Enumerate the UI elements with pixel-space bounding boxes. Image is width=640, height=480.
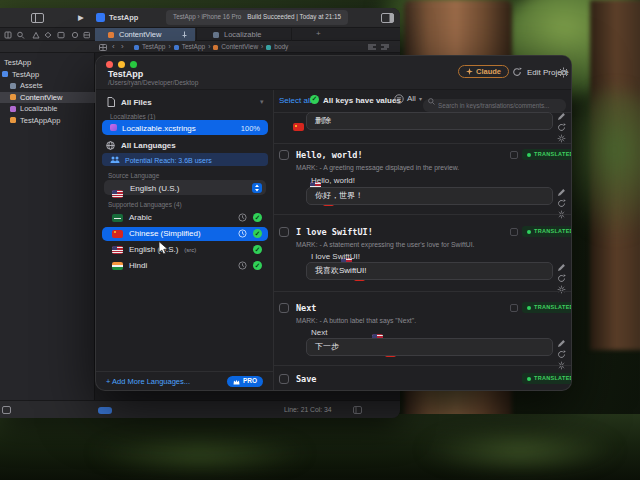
app-icon <box>96 13 105 22</box>
all-files-row[interactable]: All Files ▾ <box>96 94 274 109</box>
chevron-down-icon: ▾ <box>419 96 422 102</box>
edit-icon[interactable] <box>557 112 566 121</box>
translated-badge: TRANSLATED <box>522 302 572 313</box>
translated-check-icon: ✓ <box>253 261 262 270</box>
entry-comment: MARK: - A greeting message displayed in … <box>296 165 459 172</box>
retranslate-icon[interactable] <box>557 199 566 208</box>
divider <box>274 291 572 292</box>
file-item[interactable]: TestAppApp <box>0 115 95 127</box>
language-row-arabic[interactable]: Arabic ✓ <box>102 211 268 225</box>
entry-key: I love SwiftUI! <box>296 228 373 237</box>
potential-reach-row[interactable]: Potential Reach: 3.6B users <box>102 153 268 166</box>
status-mini-icon <box>510 304 518 312</box>
minimize-button[interactable] <box>118 61 125 68</box>
edit-icon[interactable] <box>557 188 566 197</box>
add-tab-icon[interactable]: + <box>316 30 321 38</box>
wallpaper-foliage <box>90 430 310 476</box>
breadcrumb[interactable]: TestApp › TestApp › ContentView › body <box>134 44 288 51</box>
settings-icon[interactable] <box>557 134 566 143</box>
breadcrumb-sep: › <box>261 44 263 51</box>
activity-status-bar[interactable]: TestApp › iPhone 16 Pro Build Succeeded … <box>166 10 348 25</box>
minimap-icon[interactable] <box>381 44 389 50</box>
select-all-button[interactable]: Select all <box>279 97 311 105</box>
language-row-english[interactable]: English (U.S.) (src) ✓ <box>102 243 268 257</box>
file-item[interactable]: Assets <box>0 80 95 92</box>
file-item[interactable]: Localizable <box>0 103 95 115</box>
related-items-icon[interactable] <box>99 44 107 51</box>
run-button[interactable]: ▶ <box>78 14 84 22</box>
settings-icon[interactable] <box>557 285 566 294</box>
close-button[interactable] <box>106 61 113 68</box>
translation-field[interactable]: 我喜欢SwiftUI! <box>306 262 553 280</box>
navigator-icons[interactable] <box>4 31 90 39</box>
tab-label: ContentView <box>119 31 161 39</box>
search-input[interactable] <box>423 99 566 112</box>
sparkle-icon <box>466 68 473 75</box>
pro-badge[interactable]: PRO <box>227 376 263 387</box>
source-language-dropdown[interactable]: English (U.S.) <box>104 180 266 195</box>
entry-checkbox[interactable] <box>279 374 289 384</box>
tab-contentview[interactable]: ContentView <box>95 28 195 41</box>
back-icon[interactable]: ‹ <box>112 43 115 51</box>
retranslate-icon[interactable] <box>557 123 566 132</box>
breadcrumb-item[interactable]: body <box>274 44 288 51</box>
supported-languages-label: Supported Languages (4) <box>108 202 182 209</box>
filter-icon <box>394 94 404 104</box>
search-wrap[interactable] <box>423 94 566 112</box>
xcstrings-icon <box>110 124 117 131</box>
window-header[interactable]: TestApp /Users/ryan/Developer/Desktop Cl… <box>96 56 571 90</box>
all-languages-row[interactable]: All Languages <box>96 138 274 152</box>
entry-checkbox[interactable] <box>279 303 289 313</box>
language-row-chinese-selected[interactable]: Chinese (Simplified) ✓ <box>102 227 268 241</box>
file-item[interactable]: TestApp <box>0 69 95 81</box>
china-flag-icon <box>293 123 304 131</box>
file-item[interactable]: TestApp <box>0 57 95 69</box>
translation-field[interactable]: 下一步 <box>306 338 553 356</box>
entry-source: Next <box>311 329 327 337</box>
xcode-project-title: TestApp <box>109 14 138 22</box>
translated-check-icon: ✓ <box>253 229 262 238</box>
breadcrumb-item[interactable]: ContentView <box>221 44 258 51</box>
entry-key: Save <box>296 375 316 384</box>
pin-icon[interactable] <box>181 31 188 38</box>
translation-field[interactable]: 你好，世界！ <box>306 187 553 205</box>
entry-checkbox[interactable] <box>279 150 289 160</box>
swift-file-icon <box>10 94 16 100</box>
xcode-toolbar: ▶ TestApp TestApp › iPhone 16 Pro Build … <box>0 8 400 28</box>
inspector-toggle-icon[interactable] <box>381 13 394 23</box>
console-toggle-icon[interactable] <box>2 406 11 414</box>
filter-dropdown[interactable]: All ▾ <box>394 94 422 104</box>
retranslate-icon[interactable] <box>557 350 566 359</box>
adjust-editor-icon[interactable] <box>368 44 376 50</box>
file-item-selected[interactable]: ContentView <box>0 92 95 104</box>
gear-icon[interactable] <box>558 67 569 78</box>
claude-button[interactable]: Claude <box>458 65 509 78</box>
breakpoint-toggle[interactable] <box>98 407 112 414</box>
wallpaper-foliage <box>420 425 620 475</box>
breadcrumb-item[interactable]: TestApp <box>182 44 206 51</box>
entry-source: I love SwiftUI! <box>311 253 360 261</box>
translated-check-icon: ✓ <box>253 245 262 254</box>
editor-mode-icon[interactable] <box>353 406 362 414</box>
xcode-tab-bar: ContentView Localizable + <box>0 28 400 41</box>
forward-icon[interactable]: › <box>121 43 124 51</box>
china-flag-icon <box>112 230 123 238</box>
xcstrings-file-row[interactable]: Localizable.xcstrings 100% <box>102 120 268 135</box>
retranslate-icon[interactable] <box>557 274 566 283</box>
tab-label: Localizable <box>224 31 262 39</box>
tab-localizable[interactable]: Localizable <box>196 28 292 41</box>
language-row-hindi[interactable]: Hindi ✓ <box>102 259 268 273</box>
entry-checkbox[interactable] <box>279 227 289 237</box>
edit-icon[interactable] <box>557 339 566 348</box>
sidebar-toggle-icon[interactable] <box>31 13 44 23</box>
translated-badge: TRANSLATED <box>522 373 572 384</box>
xcode-bottom-bar: Line: 21 Col: 34 <box>0 400 400 418</box>
file-progress: 100% <box>241 125 260 133</box>
refresh-icon[interactable] <box>512 67 522 77</box>
translation-field[interactable]: 删除 <box>306 112 553 130</box>
breadcrumb-item[interactable]: TestApp <box>142 44 166 51</box>
add-more-languages-button[interactable]: + Add More Languages... <box>106 378 190 386</box>
crown-icon <box>233 379 240 385</box>
edit-icon[interactable] <box>557 263 566 272</box>
zoom-button[interactable] <box>130 61 137 68</box>
